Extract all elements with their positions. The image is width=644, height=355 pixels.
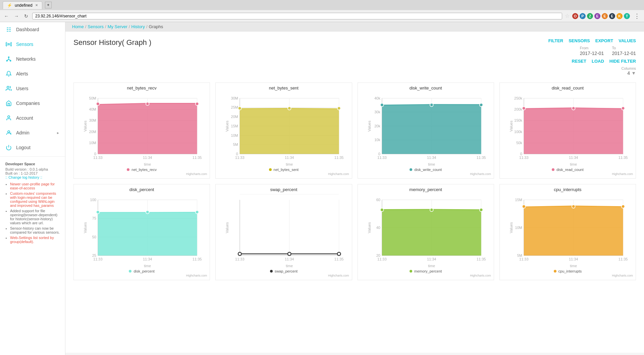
breadcrumb-graphs: Graphs (149, 24, 163, 29)
chart-container-disk_percent: 10075502511:3311:3411:35Valuestime (76, 194, 207, 268)
chart-title-memory_percent: memory_percent (361, 187, 491, 192)
breadcrumb-sep-3: / (146, 24, 148, 29)
chart-card-disk_read_count: disk_read_count 250k200k150k100k50k011:3… (499, 82, 636, 179)
address-bar[interactable] (32, 13, 562, 19)
changelog-link[interactable]: :: Change log history :: (5, 175, 60, 179)
sensors-icon (5, 41, 12, 48)
sidebar-item-users[interactable]: Users (0, 81, 65, 96)
svg-text:Values: Values (367, 222, 371, 233)
svg-text:50M: 50M (89, 96, 96, 100)
sidebar-item-admin[interactable]: Admin ► (0, 125, 65, 140)
svg-point-114 (621, 107, 625, 110)
sidebar-item-sensors[interactable]: Sensors (0, 37, 65, 52)
chart-title-swap_percent: swap_percent (218, 187, 349, 192)
built-on: Built on : 1-12-2017 (5, 171, 60, 175)
chart-container-net_bytes_sent: 30M25M20M15M10M5M011:3311:3411:35Valuest… (218, 93, 349, 166)
star-icon[interactable]: ☆ (565, 13, 570, 19)
sidebar-item-companies[interactable]: Companies (0, 96, 65, 111)
highcharts-credit-memory_percent: Highcharts.com (361, 274, 491, 277)
values-button[interactable]: VALUES (619, 38, 636, 43)
svg-text:11:35: 11:35 (619, 156, 628, 160)
sidebar-item-account[interactable]: Account (0, 111, 65, 125)
svg-text:Values: Values (225, 120, 229, 131)
reload-button[interactable]: ↻ (23, 13, 30, 19)
svg-text:11:33: 11:33 (235, 156, 245, 160)
svg-text:11:34: 11:34 (143, 156, 152, 160)
sidebar-label-networks: Networks (16, 56, 36, 62)
sidebar-label-users: Users (16, 86, 29, 91)
svg-marker-85 (382, 105, 481, 154)
highcharts-credit-cpu_interrupts: Highcharts.com (502, 274, 633, 277)
sidebar-label-logout: Logout (16, 145, 31, 150)
dev-space-title: Developer Space (5, 162, 60, 166)
page-title: Sensor History( Graph ) (73, 38, 151, 47)
browser-tab[interactable]: ⚡ undefined ✕ (3, 1, 42, 9)
tab-close-icon[interactable]: ✕ (35, 3, 38, 7)
tab-favicon: ⚡ (7, 3, 12, 8)
back-button[interactable]: ← (3, 13, 10, 19)
menu-button[interactable]: ⋮ (633, 12, 641, 20)
svg-point-190 (572, 205, 575, 208)
reset-button[interactable]: RESET (572, 59, 586, 64)
columns-value: 4 ▼ (627, 70, 636, 76)
svg-point-3 (10, 60, 11, 61)
chart-legend-swap_percent: swap_percent (218, 269, 349, 273)
breadcrumb-my-server[interactable]: My Server (108, 24, 127, 29)
filter-button[interactable]: FILTER (548, 38, 564, 43)
legend-dot-memory_percent (410, 270, 412, 273)
svg-text:40M: 40M (89, 107, 96, 111)
svg-text:11:35: 11:35 (619, 257, 628, 261)
svg-text:time: time (570, 162, 577, 166)
svg-text:time: time (428, 162, 435, 166)
dev-note-0[interactable]: Newer user-profile page for ease-of-acce… (10, 182, 55, 190)
legend-label-disk_read_count: disk_read_count (556, 168, 584, 172)
svg-text:11:33: 11:33 (519, 257, 529, 261)
svg-text:50k: 50k (516, 141, 522, 145)
svg-point-134 (96, 211, 100, 214)
forward-button[interactable]: → (13, 13, 20, 19)
grid-icon: ☷ (5, 26, 12, 33)
chart-legend-disk_read_count: disk_read_count (502, 168, 633, 172)
sensors-button[interactable]: SENSORS (569, 38, 590, 43)
chart-title-disk_percent: disk_percent (76, 187, 207, 192)
columns-chevron-icon[interactable]: ▼ (631, 70, 636, 76)
filter-from-label: From (580, 46, 589, 50)
legend-dot-disk_read_count (552, 168, 554, 171)
sidebar-item-logout[interactable]: Logout (0, 140, 65, 155)
sidebar-item-networks[interactable]: Networks (0, 52, 65, 66)
svg-point-35 (146, 102, 149, 106)
dev-note-1[interactable]: Custom-routes' components with login-req… (10, 191, 56, 208)
legend-dot-net_bytes_recv (127, 168, 129, 171)
svg-point-135 (146, 211, 149, 214)
svg-text:11:33: 11:33 (519, 156, 529, 160)
sidebar-label-alerts: Alerts (16, 71, 28, 76)
svg-text:Values: Values (83, 120, 87, 131)
sidebar-item-dashboard[interactable]: ☷ Dashboard (0, 22, 65, 37)
new-tab-button[interactable]: + (45, 2, 52, 8)
sidebar-item-alerts[interactable]: Alerts (0, 66, 65, 81)
columns-number: 4 (627, 70, 630, 76)
svg-line-6 (9, 60, 10, 60)
chart-container-disk_read_count: 250k200k150k100k50k011:3311:3411:35Value… (502, 93, 633, 166)
columns-section: Columns 4 ▼ (622, 66, 636, 76)
export-button[interactable]: EXPORT (595, 38, 613, 43)
ext-icon-2: P (580, 13, 586, 19)
ext-icon-3: Z (587, 13, 593, 19)
svg-marker-168 (382, 210, 481, 256)
svg-point-113 (572, 107, 575, 110)
breadcrumb-home[interactable]: Home (72, 24, 84, 29)
svg-text:10M: 10M (515, 226, 522, 230)
charts-grid: net_bytes_recv 50M40M30M20M10M011:3311:3… (73, 82, 636, 280)
breadcrumb-sensors[interactable]: Sensors (88, 24, 104, 29)
dev-note-4[interactable]: Web-Settings list sorted by group(defaul… (10, 236, 54, 244)
hide-filter-button[interactable]: HIDE FILTER (609, 59, 636, 64)
dev-notes-list: Newer user-profile page for ease-of-acce… (10, 182, 60, 244)
filter-to-label: To (612, 46, 616, 50)
svg-text:11:33: 11:33 (235, 257, 245, 261)
network-icon (5, 56, 12, 62)
load-button[interactable]: LOAD (592, 59, 604, 64)
svg-marker-133 (98, 212, 197, 256)
breadcrumb-sep-0: / (85, 24, 87, 29)
svg-text:30M: 30M (231, 96, 238, 100)
breadcrumb-history[interactable]: History (131, 24, 145, 29)
